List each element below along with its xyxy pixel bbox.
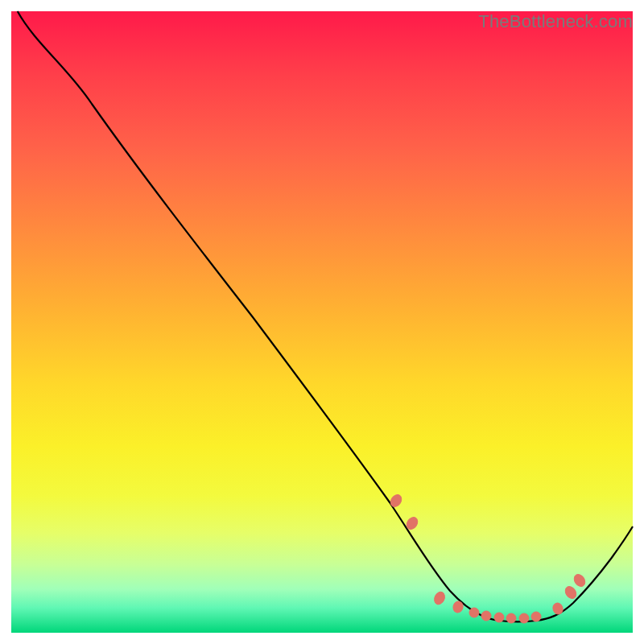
chart-container: TheBottleneck.com (0, 0, 644, 644)
data-marker (469, 608, 479, 617)
data-marker (388, 493, 403, 509)
data-marker (563, 584, 578, 601)
data-marker (494, 613, 504, 622)
data-marker (519, 613, 529, 623)
data-marker (432, 590, 447, 606)
watermark-text: TheBottleneck.com (478, 11, 633, 32)
bottleneck-curve (18, 11, 633, 621)
data-marker (506, 613, 516, 623)
marker-group (388, 493, 587, 623)
curve-svg (11, 11, 633, 633)
data-marker (481, 611, 491, 621)
data-marker (531, 612, 541, 621)
data-marker (572, 572, 587, 588)
plot-gradient-area (11, 11, 633, 633)
data-marker (551, 601, 564, 615)
